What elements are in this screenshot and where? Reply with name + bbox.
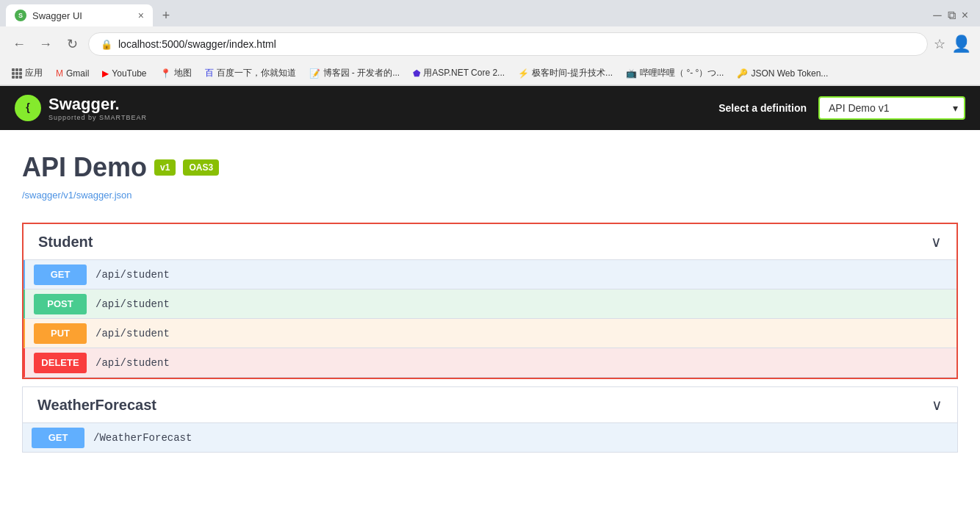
back-button[interactable]: ←	[9, 34, 29, 54]
student-get-path: /api/student	[96, 269, 170, 281]
swagger-logo-icon: {	[15, 95, 41, 121]
profile-button[interactable]: 👤	[951, 35, 971, 54]
maps-label: 地图	[174, 67, 192, 79]
student-put-path: /api/student	[96, 328, 170, 339]
baidu-label: 百度一下，你就知道	[217, 67, 296, 79]
youtube-label: YouTube	[112, 68, 146, 79]
student-put-endpoint[interactable]: PUT /api/student	[24, 319, 956, 348]
address-bar: ← → ↻ 🔒 localhost:5000/swagger/index.htm…	[0, 26, 980, 62]
browser-chrome: S Swagger UI × + ─ ⧉ × ← → ↻ 🔒 localhost…	[0, 0, 980, 86]
bookmark-baidu[interactable]: 百 百度一下，你就知道	[199, 64, 302, 82]
bookmark-youtube[interactable]: ▶ YouTube	[96, 65, 152, 82]
aspnet-label: 用ASP.NET Core 2...	[423, 67, 505, 79]
bookmark-jishi[interactable]: ⚡ 极客时间-提升技术...	[512, 64, 619, 82]
close-window-button[interactable]: ×	[962, 9, 968, 22]
window-controls: ─ ⧉ ×	[933, 9, 974, 22]
minimize-button[interactable]: ─	[933, 9, 941, 22]
weather-get-endpoint[interactable]: GET /WeatherForecast	[22, 423, 958, 453]
bilibili-icon: 📺	[626, 68, 637, 79]
bookmarks-bar: 应用 M Gmail ▶ YouTube 📍 地图 百 百度一下，你就知道 📝 …	[0, 62, 980, 85]
aspnet-icon: ⬟	[413, 68, 420, 79]
svg-text:{: {	[26, 101, 30, 113]
maps-icon: 📍	[160, 68, 171, 79]
api-title: API Demo	[22, 152, 147, 183]
baidu-icon: 百	[205, 67, 214, 79]
bookmark-gmail[interactable]: M Gmail	[50, 65, 95, 82]
jwt-icon: 🔑	[737, 68, 748, 79]
student-post-endpoint[interactable]: POST /api/student	[24, 289, 956, 319]
bookmark-blog[interactable]: 📝 博客园 - 开发者的...	[303, 64, 406, 82]
bookmark-maps[interactable]: 📍 地图	[154, 64, 198, 82]
student-section: Student ∨ GET /api/student POST /api/stu…	[22, 223, 958, 379]
youtube-icon: ▶	[102, 68, 109, 79]
bookmark-apps[interactable]: 应用	[6, 64, 48, 82]
url-bar[interactable]: 🔒 localhost:5000/swagger/index.html	[88, 32, 928, 56]
main-content: API Demo v1 OAS3 /swagger/v1/swagger.jso…	[0, 130, 980, 467]
weather-chevron-icon: ∨	[932, 396, 943, 414]
student-section-header[interactable]: Student ∨	[24, 224, 956, 260]
jwt-label: JSON Web Token...	[751, 68, 828, 79]
weather-section-header[interactable]: WeatherForecast ∨	[22, 386, 958, 423]
bookmark-aspnet[interactable]: ⬟ 用ASP.NET Core 2...	[407, 64, 511, 82]
bookmark-star-button[interactable]: ☆	[934, 36, 945, 52]
jishi-label: 极客时间-提升技术...	[532, 67, 613, 79]
student-section-title: Student	[38, 234, 93, 251]
jishi-icon: ⚡	[518, 68, 529, 79]
lock-icon: 🔒	[101, 39, 112, 50]
new-tab-button[interactable]: +	[156, 5, 176, 26]
student-chevron-icon: ∨	[931, 233, 942, 251]
active-tab[interactable]: S Swagger UI ×	[6, 4, 153, 26]
api-definition-select[interactable]: API Demo v1	[818, 96, 965, 120]
bookmark-bilibili[interactable]: 📺 哔哩哔哩（ °- °）つ...	[620, 64, 729, 82]
student-delete-path: /api/student	[96, 357, 170, 369]
apps-label: 应用	[25, 67, 43, 79]
swagger-json-link[interactable]: /swagger/v1/swagger.json	[22, 190, 132, 201]
swagger-header-right: Select a definition API Demo v1	[718, 96, 965, 120]
swagger-logo-text-wrapper: Swagger. Supported by SMARTBEAR	[48, 95, 147, 121]
gmail-label: Gmail	[66, 68, 89, 79]
weather-get-method-badge: GET	[32, 428, 84, 448]
weather-get-path: /WeatherForecast	[93, 432, 192, 444]
select-definition-label: Select a definition	[718, 102, 807, 114]
refresh-button[interactable]: ↻	[62, 34, 82, 54]
delete-method-badge: DELETE	[34, 353, 87, 373]
blog-icon: 📝	[309, 68, 320, 79]
url-text: localhost:5000/swagger/index.html	[118, 38, 915, 50]
swagger-sub-text: Supported by SMARTBEAR	[48, 114, 147, 121]
bookmark-jwt[interactable]: 🔑 JSON Web Token...	[731, 65, 834, 82]
forward-button[interactable]: →	[35, 34, 56, 54]
api-select-wrapper[interactable]: API Demo v1	[818, 96, 965, 120]
tab-title: Swagger UI	[32, 10, 82, 21]
swagger-header: { Swagger. Supported by SMARTBEAR Select…	[0, 86, 980, 130]
put-method-badge: PUT	[34, 323, 87, 344]
tab-favicon: S	[15, 10, 26, 21]
weather-section: WeatherForecast ∨ GET /WeatherForecast	[22, 386, 958, 453]
student-delete-endpoint[interactable]: DELETE /api/student	[24, 348, 956, 378]
gmail-icon: M	[56, 68, 63, 79]
api-title-row: API Demo v1 OAS3	[22, 152, 958, 183]
post-method-badge: POST	[34, 294, 87, 314]
student-get-endpoint[interactable]: GET /api/student	[24, 260, 956, 289]
blog-label: 博客园 - 开发者的...	[323, 67, 400, 79]
oas3-badge: OAS3	[183, 159, 219, 176]
get-method-badge: GET	[34, 264, 87, 285]
tab-close-button[interactable]: ×	[138, 10, 144, 21]
student-post-path: /api/student	[96, 298, 170, 310]
apps-grid-icon	[12, 68, 22, 79]
maximize-button[interactable]: ⧉	[948, 9, 956, 22]
weather-section-title: WeatherForecast	[37, 397, 156, 414]
bilibili-label: 哔哩哔哩（ °- °）つ...	[640, 67, 724, 79]
version-badge: v1	[154, 159, 176, 176]
swagger-logo: { Swagger. Supported by SMARTBEAR	[15, 95, 147, 121]
swagger-wordmark: Swagger.	[48, 95, 120, 113]
tab-bar: S Swagger UI × + ─ ⧉ ×	[0, 0, 980, 26]
